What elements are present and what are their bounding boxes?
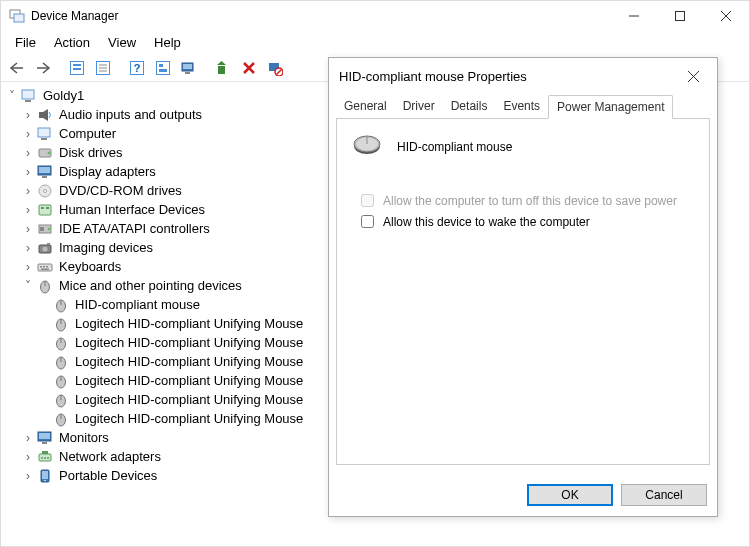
svg-text:?: ? bbox=[134, 62, 141, 74]
monitor-icon bbox=[37, 430, 53, 446]
forward-button[interactable] bbox=[31, 57, 55, 79]
save-power-label: Allow the computer to turn off this devi… bbox=[383, 194, 677, 208]
properties-icon[interactable] bbox=[91, 57, 115, 79]
dialog-tabs: General Driver Details Events Power Mana… bbox=[336, 94, 710, 119]
show-hidden-icon[interactable] bbox=[65, 57, 89, 79]
back-button[interactable] bbox=[5, 57, 29, 79]
minimize-button[interactable] bbox=[611, 1, 657, 31]
mouse-icon bbox=[53, 354, 69, 370]
option-wake-computer[interactable]: Allow this device to wake the computer bbox=[351, 211, 695, 232]
svg-rect-19 bbox=[159, 69, 167, 72]
audio-icon bbox=[37, 107, 53, 123]
disable-icon[interactable] bbox=[263, 57, 287, 79]
keyboard-icon bbox=[37, 259, 53, 275]
tab-power-management[interactable]: Power Management bbox=[548, 95, 673, 119]
help-icon[interactable]: ? bbox=[125, 57, 149, 79]
tab-driver[interactable]: Driver bbox=[395, 95, 443, 119]
svg-rect-52 bbox=[43, 266, 45, 268]
ide-icon bbox=[37, 221, 53, 237]
svg-rect-22 bbox=[185, 72, 190, 74]
dialog-buttons: OK Cancel bbox=[527, 484, 707, 506]
svg-rect-38 bbox=[42, 176, 47, 178]
svg-rect-43 bbox=[46, 207, 49, 209]
chevron-icon[interactable]: › bbox=[21, 222, 35, 236]
tab-events[interactable]: Events bbox=[495, 95, 548, 119]
menu-file[interactable]: File bbox=[7, 33, 44, 52]
chevron-icon[interactable]: › bbox=[21, 431, 35, 445]
tree-node-label: Imaging devices bbox=[57, 240, 153, 255]
chevron-icon[interactable]: › bbox=[21, 127, 35, 141]
chevron-icon[interactable]: › bbox=[21, 260, 35, 274]
tree-leaf-label: Logitech HID-compliant Unifying Mouse bbox=[73, 392, 303, 407]
svg-rect-80 bbox=[42, 471, 48, 479]
network-icon bbox=[37, 449, 53, 465]
close-button[interactable] bbox=[703, 1, 749, 31]
action-icon[interactable] bbox=[151, 57, 175, 79]
cancel-button[interactable]: Cancel bbox=[621, 484, 707, 506]
titlebar: Device Manager bbox=[1, 1, 749, 31]
window-title: Device Manager bbox=[31, 9, 118, 23]
chevron-icon[interactable]: ˅ bbox=[21, 279, 35, 293]
tree-node-label: DVD/CD-ROM drives bbox=[57, 183, 182, 198]
chevron-down-icon[interactable]: ˅ bbox=[5, 89, 19, 103]
tree-node-label: Computer bbox=[57, 126, 116, 141]
svg-rect-10 bbox=[73, 68, 81, 70]
tree-leaf-label: Logitech HID-compliant Unifying Mouse bbox=[73, 354, 303, 369]
portable-icon bbox=[37, 468, 53, 484]
tree-node-label: Human Interface Devices bbox=[57, 202, 205, 217]
svg-rect-33 bbox=[41, 138, 47, 140]
display-icon bbox=[37, 164, 53, 180]
tree-node-label: Audio inputs and outputs bbox=[57, 107, 202, 122]
tree-root-label: Goldy1 bbox=[41, 88, 84, 103]
tree-leaf-label: Logitech HID-compliant Unifying Mouse bbox=[73, 316, 303, 331]
svg-rect-29 bbox=[22, 90, 34, 99]
scan-hardware-icon[interactable] bbox=[177, 57, 201, 79]
chevron-icon[interactable]: › bbox=[21, 146, 35, 160]
dialog-close-button[interactable] bbox=[673, 61, 713, 91]
svg-point-48 bbox=[43, 246, 48, 251]
uninstall-icon[interactable] bbox=[237, 57, 261, 79]
menu-view[interactable]: View bbox=[100, 33, 144, 52]
svg-rect-49 bbox=[47, 243, 50, 245]
chevron-icon[interactable]: › bbox=[21, 184, 35, 198]
dialog-titlebar: HID-compliant mouse Properties bbox=[329, 58, 717, 94]
svg-point-81 bbox=[44, 479, 46, 481]
window-controls bbox=[611, 1, 749, 31]
mouse-icon bbox=[37, 278, 53, 294]
dvd-icon bbox=[37, 183, 53, 199]
tree-leaf-label: Logitech HID-compliant Unifying Mouse bbox=[73, 335, 303, 350]
svg-rect-9 bbox=[73, 64, 81, 66]
update-driver-icon[interactable] bbox=[211, 57, 235, 79]
maximize-button[interactable] bbox=[657, 1, 703, 31]
chevron-icon[interactable]: › bbox=[21, 469, 35, 483]
disk-icon bbox=[37, 145, 53, 161]
svg-rect-41 bbox=[39, 205, 51, 215]
tree-leaf-label: HID-compliant mouse bbox=[73, 297, 200, 312]
tab-general[interactable]: General bbox=[336, 95, 395, 119]
svg-rect-54 bbox=[41, 268, 49, 270]
chevron-icon[interactable]: › bbox=[21, 108, 35, 122]
chevron-icon[interactable]: › bbox=[21, 450, 35, 464]
svg-rect-3 bbox=[676, 12, 685, 21]
mouse-icon bbox=[53, 297, 69, 313]
svg-rect-37 bbox=[39, 167, 50, 173]
svg-rect-45 bbox=[40, 227, 44, 231]
svg-point-35 bbox=[48, 151, 51, 154]
tab-details[interactable]: Details bbox=[443, 95, 496, 119]
dialog-title: HID-compliant mouse Properties bbox=[339, 69, 527, 84]
wake-computer-checkbox[interactable] bbox=[361, 215, 374, 228]
svg-rect-23 bbox=[218, 66, 225, 74]
device-name: HID-compliant mouse bbox=[397, 140, 512, 154]
svg-rect-17 bbox=[157, 61, 170, 74]
ok-button[interactable]: OK bbox=[527, 484, 613, 506]
menu-action[interactable]: Action bbox=[46, 33, 98, 52]
mouse-icon bbox=[53, 392, 69, 408]
menu-help[interactable]: Help bbox=[146, 33, 189, 52]
svg-rect-75 bbox=[42, 451, 48, 454]
chevron-icon[interactable]: › bbox=[21, 165, 35, 179]
svg-rect-51 bbox=[40, 266, 42, 268]
chevron-icon[interactable]: › bbox=[21, 241, 35, 255]
tree-node-label: IDE ATA/ATAPI controllers bbox=[57, 221, 210, 236]
chevron-icon[interactable]: › bbox=[21, 203, 35, 217]
svg-rect-31 bbox=[39, 112, 43, 118]
